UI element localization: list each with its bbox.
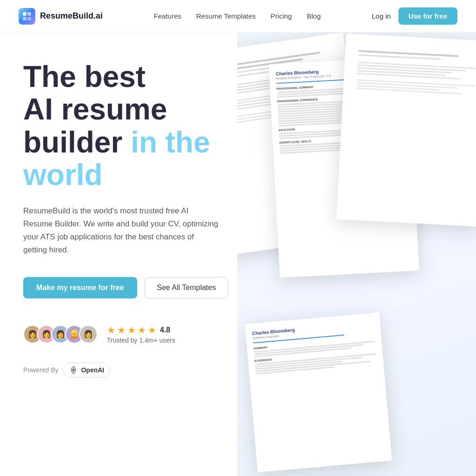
social-proof: 👩 👩 👩 👱 👩 ★ ★ ★ ★ ★ 4.8 Trusted by 1.4m+…	[23, 324, 218, 344]
make-resume-button[interactable]: Make my resume for free	[23, 277, 137, 298]
powered-by: Powered By OpenAI	[23, 363, 218, 377]
nav-features[interactable]: Features	[154, 12, 181, 20]
avatar-5: 👩	[79, 325, 98, 344]
logo[interactable]: ResumeBuild.ai	[19, 8, 103, 25]
logo-icon	[19, 8, 35, 25]
nav-blog[interactable]: Blog	[307, 12, 321, 20]
star-3: ★	[127, 324, 136, 336]
hero-left: The best AI resume builder in the world …	[0, 33, 237, 476]
openai-badge: OpenAI	[63, 363, 110, 377]
svg-rect-2	[23, 17, 26, 20]
see-templates-button[interactable]: See All Templates	[145, 277, 229, 298]
hero-description: ResumeBuild is the world's most trusted …	[23, 205, 218, 257]
nav-actions: Log in Use for free	[372, 7, 457, 25]
nav-resume-templates[interactable]: Resume Templates	[196, 12, 256, 20]
star-rating: ★ ★ ★ ★ ★ 4.8	[107, 324, 175, 336]
rating-info: ★ ★ ★ ★ ★ 4.8 Trusted by 1.4m+ users	[107, 324, 175, 344]
nav-links: Features Resume Templates Pricing Blog	[154, 12, 321, 20]
svg-rect-1	[27, 12, 31, 16]
headline: The best AI resume builder in the world	[23, 60, 218, 192]
cta-buttons: Make my resume for free See All Template…	[23, 277, 218, 298]
star-4: ★	[138, 324, 146, 336]
trusted-text: Trusted by 1.4m+ users	[107, 337, 175, 344]
star-2: ★	[117, 324, 126, 336]
openai-icon	[69, 365, 78, 375]
hero-section: The best AI resume builder in the world …	[0, 33, 476, 476]
navbar: ResumeBuild.ai Features Resume Templates…	[0, 0, 476, 33]
star-5: ★	[148, 324, 156, 336]
logo-text: ResumeBuild.ai	[40, 11, 103, 21]
use-for-free-button[interactable]: Use for free	[398, 7, 457, 25]
hero-right: Charles Bloomberg Product Designer · San…	[237, 33, 476, 476]
rating-number: 4.8	[160, 326, 170, 334]
login-button[interactable]: Log in	[372, 12, 391, 20]
nav-pricing[interactable]: Pricing	[271, 12, 292, 20]
powered-label: Powered By	[23, 366, 58, 374]
resume-preview-right	[337, 33, 476, 227]
svg-rect-0	[23, 12, 26, 16]
user-avatars: 👩 👩 👩 👱 👩	[23, 325, 98, 344]
openai-label: OpenAI	[81, 366, 104, 374]
star-1: ★	[107, 324, 115, 336]
svg-rect-3	[27, 17, 31, 20]
resume-preview-bottom: Charles Bloomberg Software Engineer Summ…	[245, 312, 392, 472]
